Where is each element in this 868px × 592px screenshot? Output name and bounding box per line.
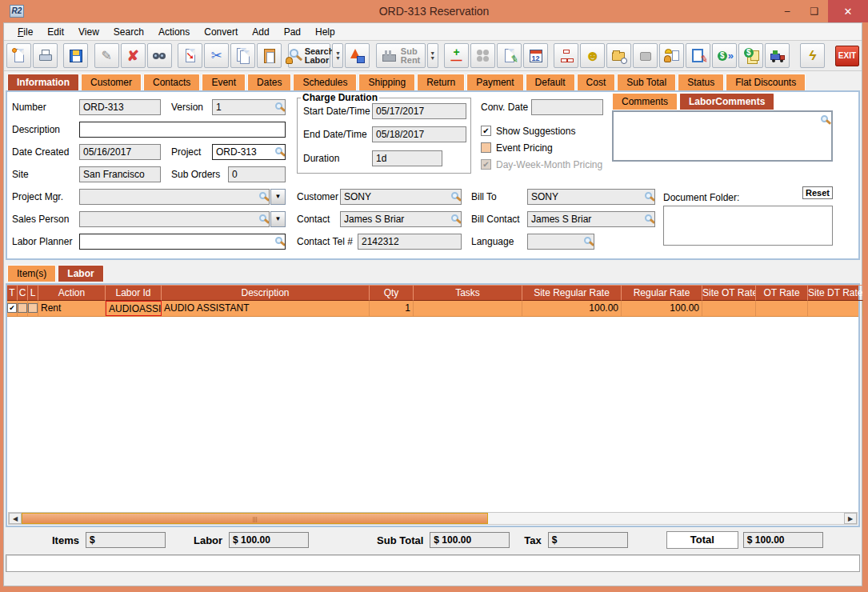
checked-checkbox[interactable]: ✔ — [7, 303, 17, 313]
print-button[interactable] — [33, 43, 58, 68]
new-document-button[interactable] — [6, 43, 31, 68]
folder-history-button[interactable] — [606, 43, 631, 68]
maximize-button[interactable]: ❑ — [801, 0, 828, 22]
save-button[interactable] — [63, 43, 88, 68]
col-c[interactable]: C — [18, 285, 28, 301]
col-qty[interactable]: Qty — [370, 285, 414, 301]
sub-rent-button[interactable]: Sub Rent — [376, 43, 426, 68]
search-icon[interactable] — [645, 192, 652, 199]
end-date-field[interactable]: 05/18/2017 — [372, 126, 466, 142]
bill-to-field[interactable]: SONY — [527, 189, 655, 205]
unchecked-checkbox[interactable] — [18, 303, 27, 313]
description-cell[interactable]: AUDIO ASSISTANT — [162, 301, 370, 316]
notes-button[interactable]: ✎ — [497, 43, 522, 68]
site-ot-rate-cell[interactable] — [702, 301, 756, 316]
search-icon[interactable] — [584, 237, 591, 244]
search-icon[interactable] — [451, 214, 458, 222]
site-regular-rate-cell[interactable]: 100.00 — [522, 301, 622, 316]
col-ot-rate[interactable]: OT Rate — [756, 285, 808, 301]
tab-cost[interactable]: Cost — [577, 74, 616, 90]
crew-report-button[interactable] — [659, 43, 684, 68]
total-field[interactable]: $ 100.00 — [743, 532, 823, 548]
labor-planner-field[interactable] — [79, 234, 286, 250]
version-field[interactable]: 1 — [212, 99, 286, 115]
labor-comments-box[interactable] — [612, 110, 833, 162]
tax-field[interactable]: $ — [548, 532, 628, 548]
dollar-transfer-button[interactable]: $» — [712, 43, 737, 68]
t-cell[interactable]: ✔ — [7, 301, 18, 316]
menu-search[interactable]: Search — [106, 25, 151, 39]
close-button[interactable]: ✕ — [828, 0, 868, 22]
search-icon[interactable] — [259, 192, 266, 199]
package-button[interactable] — [633, 43, 658, 68]
col-l[interactable]: L — [28, 285, 38, 301]
labor-id-cell[interactable]: AUDIOASSI... — [106, 301, 162, 316]
items-total-field[interactable]: $ — [86, 532, 166, 548]
tab-contacts[interactable]: Contacts — [143, 74, 200, 90]
cut-button[interactable]: ✂ — [204, 43, 229, 68]
l-cell[interactable] — [28, 301, 38, 316]
action-cell[interactable]: Rent — [38, 301, 106, 316]
menu-convert[interactable]: Convert — [197, 25, 245, 39]
duration-field[interactable]: 1d — [372, 150, 442, 166]
tab-sub-total[interactable]: Sub Total — [617, 74, 676, 90]
org-chart-button[interactable] — [554, 43, 578, 68]
conv-date-field[interactable] — [531, 99, 603, 115]
site-dt-rate-cell[interactable] — [808, 301, 863, 316]
col-site-ot-rate[interactable]: Site OT Rate — [702, 285, 756, 301]
menu-file[interactable]: File — [10, 25, 40, 39]
contact-field[interactable]: James S Briar — [340, 211, 462, 227]
customer-field[interactable]: SONY — [340, 189, 462, 205]
smiley-button[interactable]: ☻ — [580, 43, 605, 68]
suggestions-button[interactable] — [470, 43, 495, 68]
col-site-regular-rate[interactable]: Site Regular Rate — [522, 285, 622, 301]
tab-payment[interactable]: Payment — [466, 74, 523, 90]
col-t[interactable]: T — [7, 285, 18, 301]
tab-dates[interactable]: Dates — [247, 74, 291, 90]
qty-cell[interactable]: 1 — [370, 301, 414, 316]
paste-button[interactable] — [257, 43, 282, 68]
number-field[interactable]: ORD-313 — [79, 99, 161, 115]
menu-help[interactable]: Help — [308, 25, 342, 39]
col-regular-rate[interactable]: Regular Rate — [622, 285, 702, 301]
labor-total-field[interactable]: $ 100.00 — [229, 532, 309, 548]
quick-action-button[interactable]: ϟ — [800, 43, 825, 68]
search-icon[interactable] — [451, 192, 458, 199]
copy-button[interactable] — [230, 43, 255, 68]
bill-contact-field[interactable]: James S Briar — [527, 211, 655, 227]
scroll-right-icon[interactable]: ▶ — [844, 513, 857, 524]
project-mgr-field[interactable] — [79, 189, 270, 205]
search-icon[interactable] — [821, 115, 828, 122]
document-folder-box[interactable] — [663, 206, 833, 246]
language-field[interactable] — [527, 234, 594, 250]
exit-button[interactable]: EXIT — [835, 46, 859, 66]
menu-add[interactable]: Add — [245, 25, 276, 39]
tab-information[interactable]: Information — [7, 74, 79, 90]
delete-button[interactable]: ✘ — [121, 43, 146, 68]
edit-document-button[interactable]: ✎ — [686, 43, 710, 68]
col-site-dt-rate[interactable]: Site DT Rate — [808, 285, 863, 301]
contact-tel-field[interactable]: 2142312 — [358, 234, 462, 250]
minimize-button[interactable]: – — [774, 0, 801, 22]
col-labor-id[interactable]: Labor Id — [106, 285, 162, 301]
copy-special-button[interactable]: ➘ — [178, 43, 202, 68]
tasks-cell[interactable] — [414, 301, 522, 316]
description-field[interactable] — [79, 122, 286, 138]
tab-comments[interactable]: Comments — [612, 93, 678, 110]
event-pricing-checkbox[interactable] — [481, 142, 491, 153]
menu-actions[interactable]: Actions — [151, 25, 197, 39]
search-icon[interactable] — [259, 214, 266, 222]
menu-pad[interactable]: Pad — [277, 25, 308, 39]
search-icon[interactable] — [275, 102, 282, 110]
sales-person-field[interactable] — [79, 211, 270, 227]
dollar-notes-button[interactable]: $ — [738, 43, 763, 68]
project-field[interactable]: ORD-313 — [212, 144, 286, 160]
scroll-left-icon[interactable]: ◀ — [9, 513, 22, 524]
calendar-button[interactable]: 12 — [523, 43, 548, 68]
edit-button[interactable]: ✎ — [94, 43, 119, 68]
shapes-button[interactable] — [345, 43, 370, 68]
search-icon[interactable] — [275, 237, 282, 244]
tab-return[interactable]: Return — [417, 74, 465, 90]
tab-default[interactable]: Default — [526, 74, 575, 90]
start-date-field[interactable]: 05/17/2017 — [372, 103, 466, 119]
